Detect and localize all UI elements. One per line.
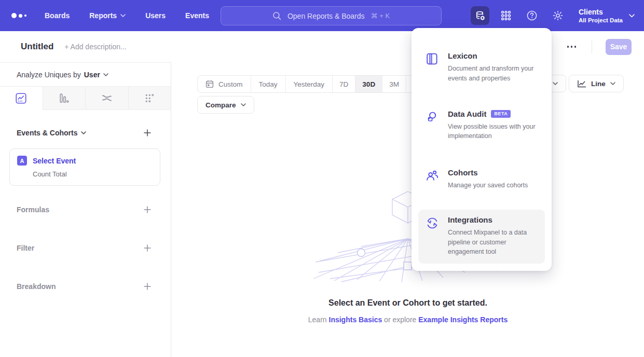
- global-search-input[interactable]: Open Reports & Boards ⌘ + K: [221, 6, 442, 25]
- search-icon: [272, 11, 281, 20]
- project-name: All Project Data: [579, 17, 623, 23]
- insights-line-chart-icon: [16, 93, 26, 104]
- tab-insights-line-chart[interactable]: [0, 87, 43, 110]
- report-actions: Save: [542, 31, 632, 62]
- project-switcher[interactable]: Clients All Project Data: [579, 8, 635, 23]
- report-canvas: Custom Today Yesterday 7D 30D 3M 6M Comp…: [172, 62, 644, 357]
- tab-flow-chart[interactable]: [86, 87, 129, 110]
- chevron-down-icon: [610, 82, 615, 85]
- gear-icon: [552, 10, 564, 21]
- primary-nav: Boards Reports Users Events: [45, 11, 209, 20]
- beta-badge: BETA: [491, 110, 511, 118]
- help-button[interactable]: [523, 6, 541, 25]
- empty-state: Select an Event or Cohort to get started…: [172, 298, 644, 324]
- menu-item-title: Data Audit: [448, 109, 486, 118]
- tab-bar-chart[interactable]: [43, 87, 86, 110]
- flow-sankey-icon: [101, 92, 113, 104]
- help-icon: [526, 10, 538, 21]
- events-cohorts-dropdown[interactable]: Events & Cohorts: [17, 129, 86, 137]
- add-description-button[interactable]: + Add description...: [64, 43, 126, 51]
- analyze-uniques-row: Analyze Uniques by User: [0, 63, 171, 86]
- plus-icon: [144, 244, 151, 252]
- empty-state-subtitle: Learn Insights Basics or explore Example…: [172, 315, 644, 324]
- data-management-button[interactable]: [471, 6, 489, 25]
- organization-name: Clients: [579, 8, 623, 16]
- date-range-3m[interactable]: 3M: [382, 76, 406, 92]
- date-range-30d[interactable]: 30D: [355, 76, 382, 92]
- apps-grid-icon: [500, 10, 512, 21]
- analyze-label: Analyze Uniques by: [17, 71, 81, 79]
- filter-label: Filter: [17, 244, 34, 252]
- event-letter-badge: A: [17, 156, 27, 166]
- search-placeholder: Open Reports & Boards: [287, 12, 365, 20]
- search-shortcut-hint: ⌘ + K: [371, 12, 390, 20]
- bar-chart-icon: [59, 93, 70, 104]
- header-divider: [592, 40, 592, 53]
- chevron-down-icon: [241, 103, 246, 106]
- date-range-yesterday[interactable]: Yesterday: [286, 76, 333, 92]
- lexicon-book-icon: [426, 51, 439, 84]
- data-management-icon: [475, 10, 486, 21]
- data-management-menu: Lexicon Document and transform your even…: [412, 28, 552, 271]
- empty-state-title: Select an Event or Cohort to get started…: [172, 298, 644, 308]
- chevron-down-icon: [629, 14, 635, 18]
- insights-basics-link[interactable]: Insights Basics: [329, 315, 382, 324]
- menu-item-description: View possible issues with your implement…: [448, 122, 538, 142]
- menu-item-lexicon[interactable]: Lexicon Document and transform your even…: [418, 46, 545, 90]
- plus-icon: [144, 283, 151, 290]
- date-range-7d[interactable]: 7D: [333, 76, 355, 92]
- menu-item-title: Integrations: [448, 215, 538, 224]
- breakdown-label: Breakdown: [17, 282, 56, 291]
- chart-type-tabs: [0, 86, 171, 110]
- menu-item-description: Manage your saved cohorts: [448, 181, 528, 190]
- more-options-button[interactable]: [565, 44, 579, 50]
- data-audit-magnifier-icon: [426, 109, 439, 142]
- menu-item-title: Cohorts: [448, 168, 528, 177]
- select-event-card[interactable]: A Select Event Count Total: [9, 148, 160, 186]
- nav-item-boards[interactable]: Boards: [45, 11, 70, 20]
- top-navigation-bar: Boards Reports Users Events Open Reports…: [0, 0, 644, 31]
- date-range-today[interactable]: Today: [251, 76, 286, 92]
- menu-item-data-audit[interactable]: Data Audit BETA View possible issues wit…: [418, 104, 545, 148]
- menu-item-integrations[interactable]: Integrations Connect Mixpanel to a data …: [418, 210, 545, 264]
- nav-item-events[interactable]: Events: [185, 11, 209, 20]
- breakdown-section: Breakdown: [0, 282, 171, 291]
- formulas-section: Formulas: [0, 205, 171, 214]
- settings-button[interactable]: [549, 6, 567, 25]
- nav-item-reports[interactable]: Reports: [89, 11, 126, 20]
- count-total-label[interactable]: Count Total: [33, 170, 153, 178]
- tab-scatter-chart[interactable]: [129, 87, 171, 110]
- chart-style-dropdown[interactable]: Line: [569, 75, 624, 92]
- menu-item-title: Lexicon: [448, 51, 538, 60]
- report-title[interactable]: Untitled: [21, 42, 53, 52]
- save-button[interactable]: Save: [606, 39, 632, 55]
- select-event-label[interactable]: Select Event: [33, 157, 76, 165]
- integrations-sync-icon: [426, 215, 439, 257]
- menu-item-description: Connect Mixpanel to a data pipeline or c…: [448, 228, 538, 257]
- plus-icon: [144, 206, 151, 213]
- add-event-button[interactable]: [143, 128, 152, 138]
- scatter-dots-icon: [144, 93, 155, 104]
- plus-icon: [144, 129, 151, 136]
- add-breakdown-button[interactable]: [143, 282, 152, 291]
- chevron-down-icon: [81, 131, 86, 134]
- nav-right-controls: Clients All Project Data: [471, 0, 635, 31]
- events-cohorts-section: Events & Cohorts: [0, 128, 171, 138]
- line-chart-icon: [577, 80, 586, 88]
- apps-grid-button[interactable]: [497, 6, 515, 25]
- filter-section: Filter: [0, 243, 171, 253]
- chevron-down-icon: [120, 14, 126, 17]
- add-filter-button[interactable]: [143, 243, 152, 253]
- query-builder-sidebar: Analyze Uniques by User: [0, 62, 171, 357]
- compare-button[interactable]: Compare: [197, 96, 254, 114]
- mixpanel-logo-icon[interactable]: [11, 13, 35, 18]
- date-range-custom[interactable]: Custom: [198, 76, 251, 92]
- formulas-label: Formulas: [17, 205, 49, 214]
- add-formula-button[interactable]: [143, 205, 152, 214]
- analyze-by-dropdown[interactable]: User: [84, 71, 108, 79]
- date-range-control: Custom Today Yesterday 7D 30D 3M 6M: [197, 75, 430, 93]
- nav-item-users[interactable]: Users: [145, 11, 166, 20]
- chevron-down-icon: [103, 73, 108, 76]
- menu-item-cohorts[interactable]: Cohorts Manage your saved cohorts: [418, 162, 545, 197]
- example-insights-reports-link[interactable]: Example Insights Reports: [418, 315, 508, 324]
